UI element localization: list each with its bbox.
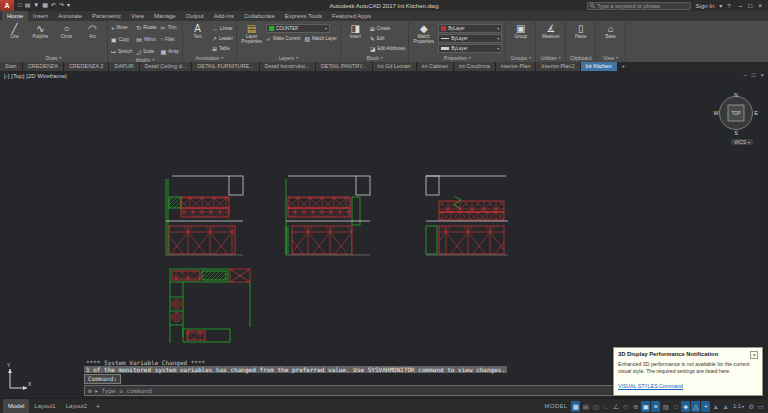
- doc-minimize-button[interactable]: –: [744, 72, 747, 78]
- file-tab[interactable]: DAPUR: [109, 62, 139, 71]
- ribbon-tab[interactable]: Add-ins: [209, 11, 239, 21]
- group-button[interactable]: ▣ Group: [509, 22, 532, 40]
- clean-screen-icon[interactable]: ▭: [756, 401, 765, 412]
- file-tab[interactable]: Int Kitchen: [581, 62, 618, 71]
- panel-footer-properties[interactable]: Properties▾: [412, 54, 502, 62]
- ribbon-tab[interactable]: Manage: [149, 11, 181, 21]
- ribbon-tab[interactable]: Parametric: [87, 11, 126, 21]
- ribbon-tab[interactable]: Annotate: [53, 11, 87, 21]
- new-file-icon[interactable]: □: [18, 0, 22, 11]
- customization-gear-icon[interactable]: ⚙: [747, 401, 756, 412]
- panel-footer-block[interactable]: Block▾: [344, 54, 405, 62]
- measure-button[interactable]: ∡ Measure: [539, 22, 562, 40]
- infer-constraints-icon[interactable]: ◫: [591, 401, 600, 412]
- leader-button[interactable]: ↗ Leader: [212, 34, 233, 43]
- ucs-icon[interactable]: Y X: [5, 362, 33, 392]
- file-tab[interactable]: int Gd Lemari: [373, 62, 417, 71]
- ribbon-tab[interactable]: Output: [181, 11, 209, 21]
- viewcube-south[interactable]: S: [734, 130, 738, 136]
- layout-tab[interactable]: Layout2: [61, 399, 92, 413]
- ribbon-tab[interactable]: Insert: [28, 11, 53, 21]
- layout-tab[interactable]: Model: [3, 399, 29, 413]
- lineweight-combo[interactable]: ByLayer ▾: [438, 44, 502, 53]
- panel-footer-draw[interactable]: Draw▾: [3, 54, 104, 62]
- selection-cycling-icon[interactable]: □: [671, 401, 680, 412]
- help-search-box[interactable]: [587, 2, 691, 10]
- array-button[interactable]: ▦ Array: [161, 47, 179, 56]
- table-button[interactable]: ⊞ Table: [212, 44, 233, 53]
- dynamic-input-icon[interactable]: +: [701, 401, 710, 412]
- file-tab[interactable]: Detail Ceiling d...: [140, 62, 193, 71]
- plot-icon[interactable]: ▦: [42, 0, 48, 11]
- file-tab[interactable]: Interior-Plan2: [536, 62, 580, 71]
- new-drawing-tab-button[interactable]: +: [618, 62, 630, 71]
- viewcube-north[interactable]: N: [734, 92, 738, 98]
- osnap-3d-icon[interactable]: ◈: [681, 401, 690, 412]
- open-file-icon[interactable]: ▤: [25, 0, 31, 11]
- rotate-button[interactable]: ↻ Rotate: [136, 23, 156, 32]
- model-paper-toggle[interactable]: MODEL: [540, 403, 571, 409]
- file-tab[interactable]: interior-Plan: [496, 62, 537, 71]
- ribbon-tab[interactable]: View: [126, 11, 149, 21]
- wcs-dropdown[interactable]: WCS ▾: [731, 139, 753, 145]
- grid-icon[interactable]: ▦: [571, 401, 580, 412]
- minimize-button[interactable]: –: [739, 2, 743, 9]
- lineweight-icon[interactable]: ≡: [651, 401, 660, 412]
- match-properties-button[interactable]: ◆ Match Properties: [412, 22, 435, 45]
- create-block-button[interactable]: ⊞ Create: [370, 24, 405, 33]
- application-menu-button[interactable]: A: [0, 0, 14, 11]
- snap-icon[interactable]: ▤: [581, 401, 590, 412]
- visual-styles-command-link[interactable]: VISUAL STYLES Command: [618, 383, 683, 389]
- viewcube-east[interactable]: E: [754, 110, 758, 116]
- base-button[interactable]: ⌂ Base: [599, 22, 622, 40]
- make-current-button[interactable]: ✓ Make Current: [266, 34, 300, 43]
- annotation-scale-control[interactable]: 1:1 ▾: [730, 403, 747, 409]
- scale-button[interactable]: ◿ Scale: [136, 47, 156, 56]
- undo-icon[interactable]: ↶: [51, 0, 56, 11]
- viewcube[interactable]: TOP N S W E: [713, 90, 759, 136]
- osnap-tracking-icon[interactable]: ⊕: [631, 401, 640, 412]
- file-tab[interactable]: DETAIL PANTRY...: [316, 62, 373, 71]
- object-color-combo[interactable]: ByLayer ▾: [438, 24, 502, 33]
- line-button[interactable]: ╱ Line: [3, 22, 26, 40]
- save-icon[interactable]: ▼: [33, 0, 39, 11]
- visual-style-control[interactable]: [2D Wireframe]: [26, 73, 66, 79]
- move-button[interactable]: + Move: [111, 23, 132, 32]
- layout-tab[interactable]: Layout1: [29, 399, 60, 413]
- doc-restore-button[interactable]: □: [752, 72, 756, 78]
- sign-in-caret-icon[interactable]: ▾: [719, 2, 722, 9]
- transparency-icon[interactable]: ▨: [661, 401, 670, 412]
- layer-select-combo[interactable]: COUNTER ▾: [266, 24, 330, 33]
- view-control[interactable]: [Top]: [11, 73, 24, 79]
- ribbon-tab[interactable]: Featured Apps: [327, 11, 376, 21]
- file-tab[interactable]: int Cabinet: [417, 62, 454, 71]
- ribbon-tab[interactable]: Collaborate: [239, 11, 280, 21]
- search-input[interactable]: [597, 3, 687, 9]
- sign-in-button[interactable]: Sign In: [696, 3, 715, 9]
- redo-icon[interactable]: ↷: [59, 0, 64, 11]
- panel-footer-view[interactable]: View▾: [599, 54, 622, 62]
- panel-footer-annotation[interactable]: Annotation▾: [186, 54, 233, 62]
- file-tab[interactable]: DETAIL FURNITURE...: [192, 62, 260, 71]
- linetype-combo[interactable]: ByLayer ▾: [438, 34, 502, 43]
- annotation-visibility-icon[interactable]: ▲: [711, 401, 720, 412]
- file-tab[interactable]: Detail konstruksi...: [260, 62, 316, 71]
- copy-button[interactable]: ▣ Copy: [111, 35, 132, 44]
- annotation-autoscale-icon[interactable]: ▲: [721, 401, 730, 412]
- ortho-icon[interactable]: ∟: [601, 401, 610, 412]
- circle-button[interactable]: ○ Circle: [55, 22, 78, 40]
- customize-icon[interactable]: ⚙: [88, 387, 92, 394]
- mirror-button[interactable]: ⋈ Mirror: [136, 35, 156, 44]
- file-tab[interactable]: CREDENZA: [23, 62, 64, 71]
- osnap-icon[interactable]: ▣: [641, 401, 650, 412]
- panel-footer-clipboard[interactable]: Clipboard: [569, 54, 592, 62]
- close-button[interactable]: ×: [758, 2, 762, 9]
- maximize-button[interactable]: □: [748, 2, 752, 9]
- file-tab[interactable]: Start: [0, 62, 23, 71]
- ribbon-tab[interactable]: Express Tools: [280, 11, 327, 21]
- qat-dropdown-icon[interactable]: ▾: [67, 0, 70, 11]
- viewcube-face-label[interactable]: TOP: [731, 111, 740, 116]
- stretch-button[interactable]: ↦ Stretch: [111, 47, 132, 56]
- panel-footer-layers[interactable]: Layers▾: [240, 54, 337, 62]
- viewcube-west[interactable]: W: [713, 110, 719, 116]
